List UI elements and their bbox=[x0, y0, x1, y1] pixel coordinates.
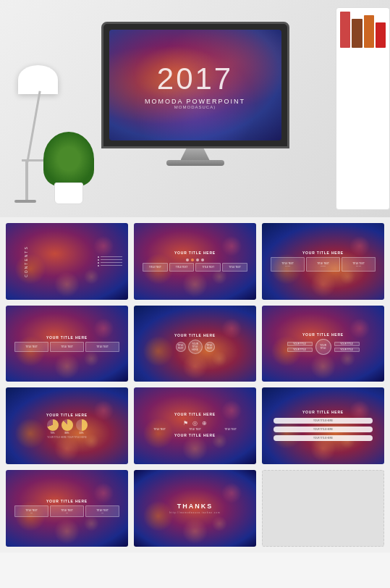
slide-4-content: YOUR TITLE HERE TITLE TEXT TITLE TEXT TI… bbox=[6, 306, 128, 382]
slide-7-progress: 70% 88% 50% bbox=[47, 419, 88, 434]
slide-thumb-8[interactable]: YOUR TITLE HERE ⚑ ◎ ⊕ TITLE TEXT TITLE T… bbox=[134, 387, 256, 464]
bullet-bar-3 bbox=[101, 262, 122, 263]
slide-1-vertical-title: CONTENTS bbox=[24, 245, 28, 277]
slide-10-box-3: TITLE TEXT text bbox=[85, 505, 119, 517]
slide-thumb-4[interactable]: YOUR TITLE HERE TITLE TEXT TITLE TEXT TI… bbox=[6, 306, 128, 382]
bullet-dot-2 bbox=[98, 259, 99, 261]
circle-2: YOURTITLEHERE bbox=[188, 340, 203, 354]
slide-8-icon-2: ◎ bbox=[192, 420, 198, 427]
slide-5-title: YOUR TITLE HERE bbox=[174, 333, 216, 337]
slide-thumb-9[interactable]: YOUR TITLE HERE YOUR TITLE HERE YOUR TIT… bbox=[262, 387, 384, 464]
bullet-3 bbox=[98, 262, 122, 264]
slide-10-box-2: TITLE TEXT text bbox=[50, 505, 84, 517]
lamp-shade bbox=[18, 65, 58, 94]
lamp-arm bbox=[26, 91, 41, 162]
slide-3-title: YOUR TITLE HERE bbox=[302, 251, 344, 255]
circle-1: TITLE TEXT bbox=[176, 342, 186, 352]
slide-10-content: YOUR TITLE HERE TITLE TEXT text TITLE TE… bbox=[6, 470, 128, 547]
slide-9-bar-3: YOUR TITLE HERE bbox=[274, 435, 373, 441]
bullet-4 bbox=[98, 265, 122, 266]
hero-section: 2017 MOMODA POWERPOINT MOMODASUCA) bbox=[0, 0, 390, 217]
slide-thumb-5[interactable]: YOUR TITLE HERE TITLE TEXT YOURTITLEHERE… bbox=[134, 306, 256, 382]
book-4 bbox=[376, 22, 386, 48]
slide-thumb-3[interactable]: YOUR TITLE HERE TITLE TEXT text text TIT… bbox=[262, 223, 384, 300]
progress-circle-2 bbox=[62, 419, 73, 431]
slide-2-box-1: TITLE TEXT bbox=[143, 263, 168, 272]
dot-4 bbox=[201, 259, 204, 261]
plant-decoration bbox=[43, 132, 94, 204]
book-1 bbox=[340, 12, 350, 48]
slide-5-content: YOUR TITLE HERE TITLE TEXT YOURTITLEHERE… bbox=[134, 306, 256, 382]
monitor-frame: 2017 MOMODA POWERPOINT MOMODASUCA) bbox=[101, 22, 289, 148]
slide-2-title: YOUR TITLE HERE bbox=[174, 251, 216, 255]
slide-grid-section: CONTENTS bbox=[0, 217, 390, 553]
slide-6-left: YOUR TITLE YOUR TITLE bbox=[287, 342, 313, 352]
slide-2-content: YOUR TITLE HERE TITLE TEXT TITLE TEXT TI… bbox=[134, 223, 256, 300]
bookshelf-decoration bbox=[332, 7, 390, 210]
slide-thumb-7[interactable]: YOUR TITLE HERE 70% 88% bbox=[6, 387, 128, 464]
slide-3-box-3: TITLE TEXT text text bbox=[342, 257, 376, 272]
slide-3-content: YOUR TITLE HERE TITLE TEXT text text TIT… bbox=[262, 223, 384, 300]
slide-6-content: YOUR TITLE HERE YOUR TITLE YOUR TITLE YO… bbox=[262, 306, 384, 382]
slide-9-content: YOUR TITLE HERE YOUR TITLE HERE YOUR TIT… bbox=[262, 387, 384, 464]
plant-leaves bbox=[43, 132, 94, 186]
slide-6-layout: YOUR TITLE YOUR TITLE YOURTITLE YOUR TIT… bbox=[287, 339, 360, 355]
slide-6-right: YOUR TITLE YOUR TITLE bbox=[334, 342, 360, 352]
slide-4-box-3: TITLE TEXT bbox=[85, 342, 119, 352]
slide-8-icons: ⚑ ◎ ⊕ bbox=[183, 420, 207, 427]
slide-9-title: YOUR TITLE HERE bbox=[302, 410, 344, 414]
slide-8-icon-1: ⚑ bbox=[183, 420, 188, 427]
dot-1 bbox=[186, 259, 189, 261]
slide-7-content: YOUR TITLE HERE 70% 88% bbox=[6, 387, 128, 464]
slide-4-title: YOUR TITLE HERE bbox=[46, 335, 88, 340]
slide-10-box-1: TITLE TEXT text bbox=[14, 505, 48, 517]
progress-circle-1 bbox=[47, 419, 59, 431]
slide-10-boxes: TITLE TEXT text TITLE TEXT text TITLE TE… bbox=[14, 505, 119, 517]
slide-8-title: YOUR TITLE HERE bbox=[174, 412, 216, 416]
shelf-unit bbox=[336, 7, 390, 210]
screen-brand-sub: MOMODASUCA) bbox=[174, 105, 216, 109]
progress-label-3: 50% bbox=[79, 432, 83, 434]
slide-2-boxes: TITLE TEXT TITLE TEXT TITLE TEXT TITLE T… bbox=[143, 263, 247, 272]
monitor-base bbox=[166, 160, 224, 166]
slide-4-box-1: TITLE TEXT bbox=[14, 342, 48, 352]
thanks-title: THANKS bbox=[177, 503, 213, 510]
monitor-screen: 2017 MOMODA POWERPOINT MOMODASUCA) bbox=[109, 30, 281, 140]
plant-pot bbox=[54, 182, 83, 204]
bullet-dot-1 bbox=[98, 256, 99, 258]
progress-3: 50% bbox=[76, 419, 88, 434]
bullet-bar-1 bbox=[101, 256, 122, 257]
slide-4-box-2: TITLE TEXT bbox=[50, 342, 84, 352]
slide-thumb-10[interactable]: YOUR TITLE HERE TITLE TEXT text TITLE TE… bbox=[6, 470, 128, 547]
progress-inner-2 bbox=[64, 421, 71, 429]
slide-11-content: THANKS http://momodasuca.taobao.com bbox=[134, 470, 256, 547]
slide-6-box-right-1: YOUR TITLE bbox=[334, 342, 360, 346]
slide-7-title: YOUR TITLE HERE bbox=[46, 413, 88, 417]
slide-9-bar-2: YOUR TITLE HERE bbox=[274, 427, 373, 432]
slide-thumb-6[interactable]: YOUR TITLE HERE YOUR TITLE YOUR TITLE YO… bbox=[262, 306, 384, 382]
slide-3-box-2: TITLE TEXT text text bbox=[306, 257, 340, 272]
progress-2: 88% bbox=[62, 419, 73, 434]
slide-2-box-2: TITLE TEXT bbox=[169, 263, 195, 272]
bullet-dot-3 bbox=[98, 262, 99, 264]
bar-2-text: YOUR TITLE HERE bbox=[313, 428, 333, 431]
slide-thumb-2[interactable]: YOUR TITLE HERE TITLE TEXT TITLE TEXT TI… bbox=[134, 223, 256, 300]
book-2 bbox=[352, 19, 362, 48]
slide-4-boxes: TITLE TEXT TITLE TEXT TITLE TEXT bbox=[14, 342, 119, 352]
slide-thumb-11[interactable]: THANKS http://momodasuca.taobao.com bbox=[134, 470, 256, 547]
progress-1: 70% bbox=[47, 419, 59, 434]
monitor-stand bbox=[181, 148, 210, 160]
bullet-bar-4 bbox=[101, 265, 122, 266]
thanks-sub: http://momodasuca.taobao.com bbox=[169, 511, 220, 514]
slide-2-box-3: TITLE TEXT bbox=[195, 263, 221, 272]
screen-year: 2017 bbox=[157, 62, 233, 96]
slide-8-labels: TITLE TEXT TITLE TEXT TITLE TEXT bbox=[143, 428, 247, 431]
slide-thumb-1[interactable]: CONTENTS bbox=[6, 223, 128, 300]
bullet-bar-2 bbox=[101, 259, 122, 260]
slide-2-box-4: TITLE TEXT bbox=[222, 263, 247, 272]
progress-inner-3 bbox=[78, 421, 85, 429]
dot-3 bbox=[196, 259, 199, 261]
bar-1-text: YOUR TITLE HERE bbox=[313, 419, 333, 422]
slide-8-content: YOUR TITLE HERE ⚑ ◎ ⊕ TITLE TEXT TITLE T… bbox=[134, 387, 256, 464]
bullet-dot-4 bbox=[98, 265, 99, 266]
